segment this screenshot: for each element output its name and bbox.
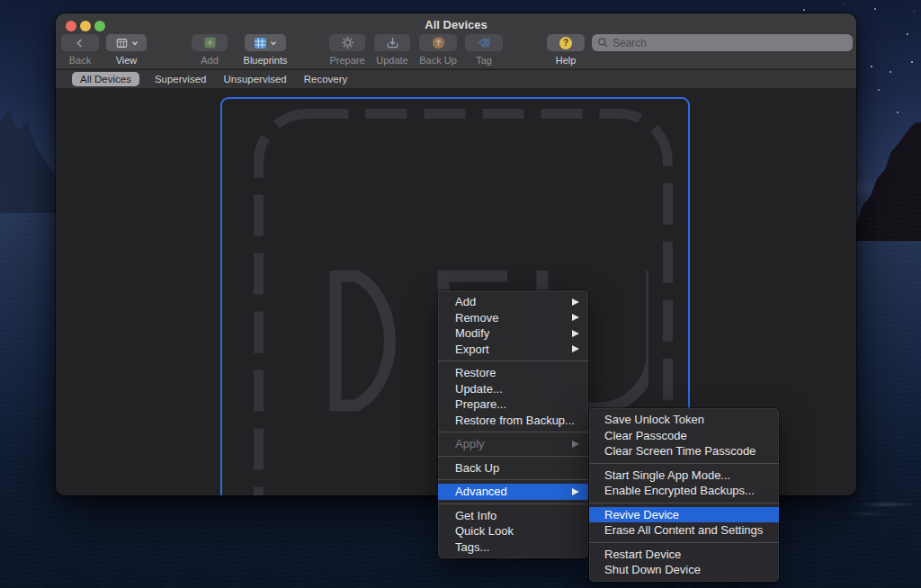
search-field[interactable] [592,34,853,51]
toolbar-view-button[interactable]: View [106,34,147,51]
menu-item-clear-screen-time-passcode[interactable]: Clear Screen Time Passcode [589,443,779,459]
wallpaper-foam [847,496,919,520]
submenu-arrow-icon [572,488,579,495]
question-icon: ? [559,37,572,49]
menu-item-update[interactable]: Update... [438,381,588,397]
menu-item-restore-from-backup[interactable]: Restore from Backup... [438,413,588,429]
search-icon [597,37,609,49]
menu-item-shut-down-device[interactable]: Shut Down Device [589,562,779,578]
toolbar-prepare-button: Prepare [329,34,365,51]
menu-item-remove[interactable]: Remove [438,310,588,326]
menu-item-erase-all-content-and-settings[interactable]: Erase All Content and Settings [589,522,779,539]
submenu-arrow-icon [572,441,579,448]
plus-icon [203,36,217,49]
desktop: { "window": { "title": "All Devices" }, … [0,0,921,588]
tab-all-devices[interactable]: All Devices [72,72,139,86]
tab-recovery[interactable]: Recovery [302,72,350,86]
tab-unsupervised[interactable]: Unsupervised [221,72,288,86]
blueprints-grid-icon [254,37,267,49]
wallpaper-mountain [0,101,63,213]
submenu-arrow-icon [572,314,579,321]
gear-icon [341,36,354,49]
menu-separator [438,432,588,432]
chevron-down-icon [270,40,277,47]
menu-item-quick-look[interactable]: Quick Look [438,523,588,539]
menu-separator [438,361,588,361]
menu-item-back-up[interactable]: Back Up [438,460,588,477]
submenu-arrow-icon [572,330,579,337]
menu-item-modify[interactable]: Modify [438,325,588,342]
toolbar-add-button: Add [192,34,228,51]
menu-item-tags[interactable]: Tags... [438,539,588,556]
menu-separator [589,463,779,464]
menu-item-add[interactable]: Add [438,294,588,310]
menu-separator [589,542,779,543]
view-columns-icon [115,37,129,49]
menu-item-revive-device[interactable]: Revive Device [589,507,779,523]
wallpaper-cliff [851,120,921,241]
menu-item-clear-passcode[interactable]: Clear Passcode [589,428,779,444]
upload-circle-icon [432,36,445,49]
menu-separator [589,503,779,503]
tag-icon [477,37,491,49]
scope-bar: All Devices Supervised Unsupervised Reco… [56,70,856,89]
window-header: All Devices Back [56,13,856,69]
toolbar-tag-button: Tag [465,34,503,51]
toolbar-update-button: Update [374,34,410,51]
menu-item-restore[interactable]: Restore [438,365,588,381]
search-input[interactable] [613,37,847,49]
menu-item-advanced[interactable]: Advanced [438,484,588,500]
toolbar-backup-button: Back Up [419,34,457,51]
window-title: All Devices [56,18,856,31]
menu-item-restart-device[interactable]: Restart Device [589,547,779,563]
menu-item-start-single-app-mode[interactable]: Start Single App Mode... [589,468,779,484]
menu-item-enable-encrypted-backups[interactable]: Enable Encrypted Backups... [589,483,779,499]
download-tray-icon [386,36,399,49]
menu-item-save-unlock-token[interactable]: Save Unlock Token [589,412,779,428]
advanced-submenu: Save Unlock Token Clear Passcode Clear S… [589,408,779,582]
menu-separator [438,479,588,480]
chevron-left-icon [74,37,86,49]
chevron-down-icon [131,40,139,47]
tab-supervised[interactable]: Supervised [153,72,209,86]
toolbar-blueprints-button[interactable]: Blueprints [245,34,286,51]
toolbar-back-button: Back [61,34,99,51]
submenu-arrow-icon [572,345,579,352]
submenu-arrow-icon [572,298,579,306]
menu-separator [438,456,588,457]
toolbar-help-button[interactable]: ? Help [547,34,585,51]
menu-separator [438,503,588,504]
menu-item-apply: Apply [438,436,588,452]
menu-item-get-info[interactable]: Get Info [438,508,588,524]
menu-item-prepare[interactable]: Prepare... [438,396,588,413]
menu-item-export[interactable]: Export [438,342,588,358]
context-menu: Add Remove Modify Export Restore Update.… [438,290,588,558]
